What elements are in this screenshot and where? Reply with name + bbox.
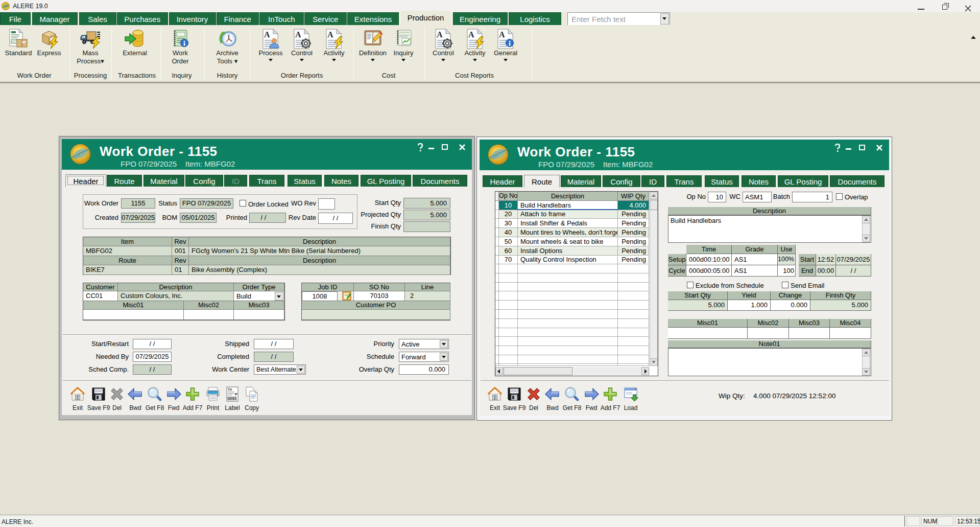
svg-text:A: A: [437, 30, 443, 39]
svg-text:A: A: [327, 30, 333, 39]
svg-text:P: P: [235, 393, 237, 396]
svg-text:A: A: [264, 30, 270, 39]
svg-text:A: A: [468, 30, 474, 39]
svg-text:A: A: [499, 30, 505, 39]
svg-text:TO: TO: [228, 388, 232, 391]
svg-text:A: A: [295, 30, 301, 39]
